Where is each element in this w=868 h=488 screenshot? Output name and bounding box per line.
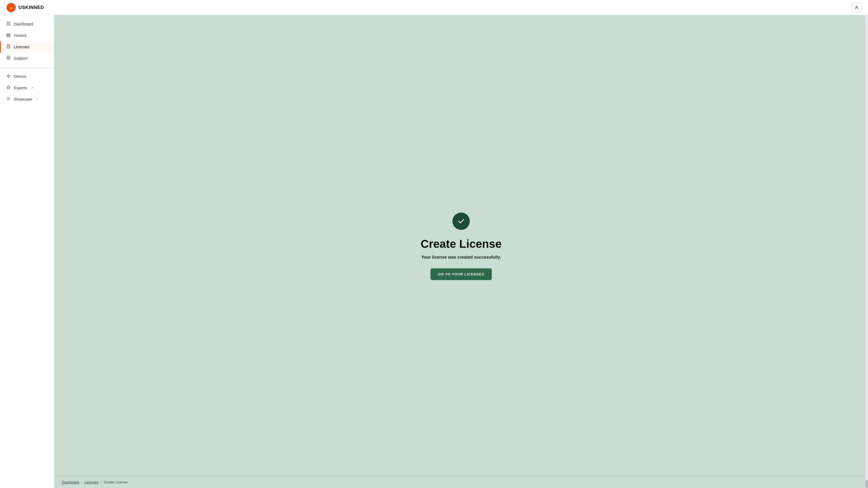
main-content: Create License Your license was created … bbox=[54, 15, 868, 488]
breadcrumb-current: Create License bbox=[104, 480, 127, 484]
breadcrumb-separator-2: › bbox=[101, 480, 102, 484]
sidebar-item-label-hosted: Hosted bbox=[14, 33, 26, 38]
sidebar-divider bbox=[0, 68, 54, 69]
success-icon bbox=[453, 213, 470, 230]
sidebar-item-hosted[interactable]: Hosted bbox=[0, 30, 54, 41]
showcase-external-icon: ↗ bbox=[36, 98, 38, 101]
svg-point-15 bbox=[8, 57, 9, 58]
sidebar-item-support[interactable]: Support bbox=[0, 53, 54, 64]
demos-icon bbox=[6, 74, 10, 79]
breadcrumb: Dashboard › Licenses › Create License bbox=[54, 476, 868, 488]
sidebar-primary-nav: Dashboard Hosted bbox=[0, 19, 54, 64]
sidebar: Dashboard Hosted bbox=[0, 15, 54, 488]
svg-text:u: u bbox=[10, 6, 12, 9]
experts-external-icon: ↗ bbox=[31, 86, 33, 90]
breadcrumb-link-licenses[interactable]: Licenses bbox=[85, 480, 98, 484]
svg-rect-4 bbox=[9, 22, 10, 23]
sidebar-item-experts[interactable]: Experts ↗ bbox=[0, 82, 54, 94]
user-avatar-button[interactable] bbox=[852, 3, 862, 12]
logo-icon: u bbox=[6, 3, 16, 12]
sidebar-secondary-nav: Demos Experts ↗ bbox=[0, 71, 54, 105]
licenses-icon bbox=[6, 44, 10, 50]
svg-marker-20 bbox=[7, 74, 10, 77]
svg-rect-7 bbox=[6, 34, 10, 34]
support-icon bbox=[6, 56, 10, 61]
breadcrumb-separator-1: › bbox=[82, 480, 83, 484]
svg-rect-6 bbox=[9, 24, 10, 25]
scrollbar-track bbox=[865, 15, 868, 488]
experts-icon bbox=[6, 85, 10, 91]
sidebar-item-dashboard[interactable]: Dashboard bbox=[0, 19, 54, 30]
go-to-licenses-button[interactable]: GO TO YOUR LICENSES bbox=[431, 268, 492, 280]
content-area: Create License Your license was created … bbox=[54, 15, 868, 488]
svg-rect-8 bbox=[6, 35, 10, 36]
sidebar-item-label-demos: Demos bbox=[14, 74, 26, 78]
showcase-icon bbox=[6, 97, 10, 102]
svg-rect-5 bbox=[7, 24, 8, 25]
sidebar-item-licenses[interactable]: Licenses bbox=[0, 41, 54, 53]
svg-point-21 bbox=[8, 98, 9, 99]
dashboard-icon bbox=[6, 22, 10, 27]
sidebar-item-showcase[interactable]: Showcase ↗ bbox=[0, 94, 54, 105]
sidebar-item-label-support: Support bbox=[14, 56, 28, 61]
breadcrumb-link-dashboard[interactable]: Dashboard bbox=[62, 480, 79, 484]
hosted-icon bbox=[6, 33, 10, 38]
page-title: Create License bbox=[421, 237, 502, 251]
logo-text: USKINNED bbox=[19, 5, 44, 10]
sidebar-item-label-licenses: Licenses bbox=[14, 45, 29, 49]
svg-rect-9 bbox=[6, 36, 10, 37]
sidebar-item-label-dashboard: Dashboard bbox=[14, 22, 33, 26]
svg-rect-3 bbox=[7, 22, 8, 23]
sidebar-item-label-experts: Experts bbox=[14, 86, 27, 90]
scrollbar-thumb[interactable] bbox=[865, 480, 868, 488]
logo: u USKINNED bbox=[6, 3, 44, 12]
layout: Dashboard Hosted bbox=[0, 0, 868, 488]
sidebar-item-label-showcase: Showcase bbox=[14, 97, 32, 101]
header: u USKINNED bbox=[0, 0, 868, 15]
sidebar-item-demos[interactable]: Demos bbox=[0, 71, 54, 82]
svg-point-2 bbox=[856, 6, 858, 8]
success-message: Your license was created successfully. bbox=[421, 255, 501, 260]
